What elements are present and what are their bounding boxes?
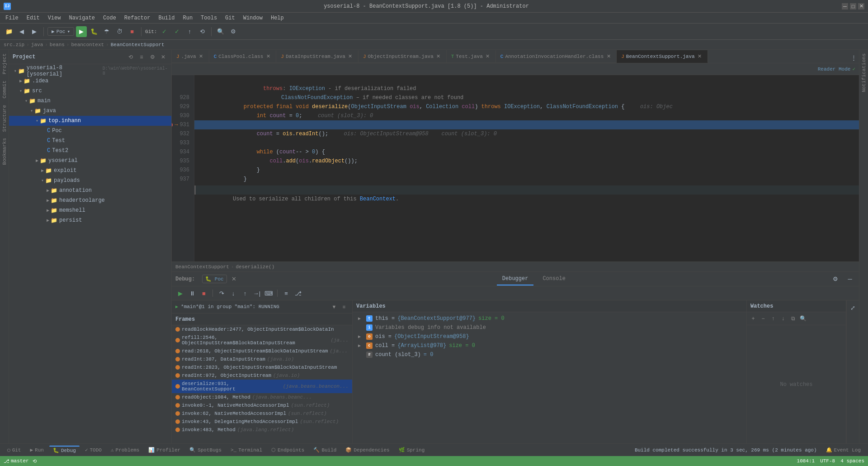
breadcrumb-beans[interactable]: beans bbox=[50, 42, 65, 48]
tree-main[interactable]: ▾ 📁 main bbox=[9, 96, 171, 106]
menu-run[interactable]: Run bbox=[179, 14, 196, 22]
tree-top-inhann[interactable]: ▾ 📁 top.inhann bbox=[9, 116, 171, 126]
menu-edit[interactable]: Edit bbox=[23, 14, 43, 22]
debug-minimize[interactable]: ─ bbox=[844, 274, 855, 285]
bottom-tab-run[interactable]: ▶ Run bbox=[26, 446, 47, 454]
tab-test-close[interactable]: ✕ bbox=[485, 53, 491, 60]
tab-test[interactable]: T Test.java ✕ bbox=[447, 50, 496, 63]
run-button[interactable]: ▶ bbox=[76, 26, 87, 37]
menu-file[interactable]: File bbox=[2, 14, 22, 22]
tab-java-close[interactable]: ✕ bbox=[198, 53, 204, 60]
watch-add[interactable]: + bbox=[749, 314, 758, 323]
debug-run-button[interactable]: 🐛 bbox=[89, 26, 99, 37]
var-count[interactable]: # count (slot_3) = 0 bbox=[353, 350, 746, 359]
tree-src[interactable]: ▾ 📁 src bbox=[9, 86, 171, 96]
frame-item-3[interactable]: read:2618, ObjectInputStream$BlockDataIn… bbox=[172, 347, 352, 355]
menu-help[interactable]: Help bbox=[267, 14, 288, 22]
menu-code[interactable]: Code bbox=[99, 14, 120, 22]
close-button[interactable]: ✕ bbox=[858, 3, 864, 10]
tree-java[interactable]: ▾ 📁 java bbox=[9, 106, 171, 116]
tree-exploit[interactable]: ▶ 📁 exploit bbox=[9, 166, 171, 176]
bottom-tab-event-log[interactable]: 🔔 Event Log bbox=[822, 446, 864, 454]
status-encoding[interactable]: UTF-8 bbox=[820, 458, 835, 464]
frame-item-7[interactable]: deserialize:931, BeanContextSupport (jav… bbox=[172, 380, 352, 393]
maximize-button[interactable]: □ bbox=[850, 3, 856, 10]
sidebar-project-label[interactable]: Project bbox=[2, 52, 7, 76]
tab-ann-close[interactable]: ✕ bbox=[605, 53, 612, 60]
tab-classpool-close[interactable]: ✕ bbox=[265, 53, 271, 60]
sidebar-structure-label[interactable]: Structure bbox=[2, 103, 7, 133]
menu-git[interactable]: Git bbox=[222, 14, 239, 22]
frame-item-1[interactable]: readBlockHeader:2477, ObjectInputStream$… bbox=[172, 325, 352, 333]
code-editor[interactable]: 928 929 930 → 931 932 933 934 935 936 93… bbox=[172, 75, 859, 262]
watch-up[interactable]: ↑ bbox=[769, 314, 778, 323]
frame-item-4[interactable]: readInt:387, DataInputStream (java.io) bbox=[172, 355, 352, 363]
git-update[interactable]: ✓ bbox=[159, 26, 170, 37]
tree-headertoolarge[interactable]: ▶ 📁 headertoolarge bbox=[9, 195, 171, 205]
debug-threads[interactable]: ⎇ bbox=[293, 288, 303, 298]
tree-annotation[interactable]: ▶ 📁 annotation bbox=[9, 185, 171, 195]
debug-stop[interactable]: ■ bbox=[199, 288, 209, 298]
status-sync[interactable]: ⟲ bbox=[33, 458, 37, 464]
frame-item-6[interactable]: readInt:972, ObjectInputStream (java.io) bbox=[172, 371, 352, 380]
sidebar-bookmarks-label[interactable]: Bookmarks bbox=[2, 136, 7, 166]
var-coll[interactable]: ▶ c coll = {ArrayList@978} size = 0 bbox=[353, 341, 746, 350]
breadcrumb-java[interactable]: java bbox=[31, 42, 43, 48]
panel-expand[interactable]: ⤢ bbox=[848, 302, 859, 313]
frame-item-12[interactable]: invoke:483, Method (java.lang.reflect) bbox=[172, 426, 352, 434]
watch-inspect[interactable]: 🔍 bbox=[798, 314, 807, 323]
back-button[interactable]: ◀ bbox=[16, 26, 27, 37]
debug-step-out[interactable]: ↑ bbox=[240, 288, 250, 298]
menu-view[interactable]: View bbox=[44, 14, 65, 22]
frame-item-2[interactable]: refill:2546, ObjectInputStream$BlockData… bbox=[172, 333, 352, 347]
tab-bcs-close[interactable]: ✕ bbox=[697, 53, 703, 60]
bottom-tab-spotbugs[interactable]: 🔍 SpotBugs bbox=[186, 446, 225, 454]
sidebar-notifications-label[interactable]: Notifications bbox=[861, 52, 867, 94]
bottom-tab-terminal[interactable]: >_ Terminal bbox=[227, 447, 266, 454]
tab-classpool[interactable]: C ClassPool.class ✕ bbox=[209, 50, 277, 63]
tab-java[interactable]: J .java ✕ bbox=[172, 50, 209, 63]
tab-annotation[interactable]: C AnnotationInvocationHandler.class ✕ bbox=[496, 50, 617, 63]
menu-tools[interactable]: Tools bbox=[197, 14, 221, 22]
tree-memshell[interactable]: ▶ 📁 memshell bbox=[9, 205, 171, 215]
debug-frames[interactable]: ≡ bbox=[281, 288, 291, 298]
bottom-tab-todo[interactable]: ✓ TODO bbox=[81, 446, 105, 454]
stop-button[interactable]: ■ bbox=[127, 26, 137, 37]
breadcrumb-src[interactable]: src.zip bbox=[4, 42, 24, 48]
debug-run-name[interactable]: 🐛 Poc bbox=[202, 275, 226, 283]
search-everywhere[interactable]: 🔍 bbox=[215, 26, 226, 37]
bottom-tab-spring[interactable]: 🌿 Spring bbox=[395, 446, 429, 454]
forward-button[interactable]: ▶ bbox=[29, 26, 40, 37]
frame-item-10[interactable]: invoke:62, NativeMethodAccessorImpl (sun… bbox=[172, 409, 352, 418]
coverage-button[interactable]: ☂ bbox=[101, 26, 112, 37]
bottom-tab-endpoints[interactable]: ⬡ Endpoints bbox=[268, 446, 308, 454]
git-commit[interactable]: ✓ bbox=[171, 26, 182, 37]
menu-navigate[interactable]: Navigate bbox=[65, 14, 99, 22]
tree-ysoserial[interactable]: ▶ 📁 ysoserial bbox=[9, 156, 171, 166]
tree-idea[interactable]: ▶ 📁 .idea bbox=[9, 76, 171, 86]
status-git-branch[interactable]: ⎇ master bbox=[4, 458, 29, 464]
debug-settings[interactable]: ⚙ bbox=[830, 274, 841, 285]
tree-root[interactable]: ▾ 📁 ysoserial-8 [ysoserial] D:\win\WebPe… bbox=[9, 66, 171, 76]
tab-dis-close[interactable]: ✕ bbox=[347, 53, 354, 60]
tree-test2[interactable]: C Test2 bbox=[9, 146, 171, 156]
minimize-button[interactable]: ─ bbox=[842, 3, 848, 10]
watch-down[interactable]: ↓ bbox=[778, 314, 788, 323]
breadcrumb-beancontext[interactable]: beancontext bbox=[71, 42, 104, 48]
frame-item-5[interactable]: readInt:2823, ObjectInputStream$BlockDat… bbox=[172, 363, 352, 371]
bottom-tab-dependencies[interactable]: 📦 Dependencies bbox=[342, 446, 393, 454]
debug-close-button[interactable]: ✕ bbox=[231, 276, 238, 283]
debug-run-to-cursor[interactable]: →| bbox=[252, 288, 262, 298]
frame-item-9[interactable]: invoke0:-1, NativeMethodAccessorImpl (su… bbox=[172, 401, 352, 409]
debug-step-into[interactable]: ↓ bbox=[228, 288, 238, 298]
status-position[interactable]: 1084:1 bbox=[797, 458, 815, 464]
menu-refactor[interactable]: Refactor bbox=[121, 14, 154, 22]
debug-tab-console[interactable]: Console bbox=[537, 273, 571, 285]
tree-payloads[interactable]: ▾ 📁 payloads bbox=[9, 176, 171, 185]
code-content[interactable]: throws: IOException - if deserialization… bbox=[194, 75, 859, 262]
sidebar-commit-label[interactable]: Commit bbox=[2, 79, 7, 100]
bottom-tab-problems[interactable]: ⚠ Problems bbox=[107, 446, 143, 454]
tab-ois-close[interactable]: ✕ bbox=[435, 53, 442, 60]
tab-beancontextsupport[interactable]: J BeanContextSupport.java ✕ bbox=[617, 50, 708, 63]
tab-objectinputstream[interactable]: J ObjectInputStream.java ✕ bbox=[359, 50, 447, 63]
